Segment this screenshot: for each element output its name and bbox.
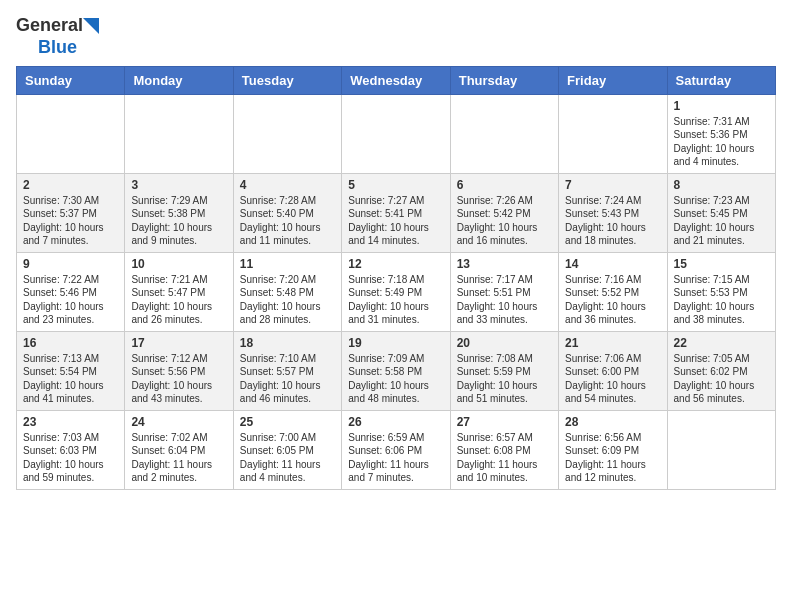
day-of-week-header: Monday xyxy=(125,66,233,94)
day-number: 12 xyxy=(348,257,443,271)
day-number: 8 xyxy=(674,178,769,192)
calendar-table: SundayMondayTuesdayWednesdayThursdayFrid… xyxy=(16,66,776,490)
day-number: 17 xyxy=(131,336,226,350)
day-info: Sunrise: 7:27 AM Sunset: 5:41 PM Dayligh… xyxy=(348,194,443,248)
day-number: 1 xyxy=(674,99,769,113)
day-info: Sunrise: 7:08 AM Sunset: 5:59 PM Dayligh… xyxy=(457,352,552,406)
calendar-cell: 10Sunrise: 7:21 AM Sunset: 5:47 PM Dayli… xyxy=(125,252,233,331)
calendar-week-row: 16Sunrise: 7:13 AM Sunset: 5:54 PM Dayli… xyxy=(17,331,776,410)
day-info: Sunrise: 7:26 AM Sunset: 5:42 PM Dayligh… xyxy=(457,194,552,248)
day-info: Sunrise: 7:16 AM Sunset: 5:52 PM Dayligh… xyxy=(565,273,660,327)
day-info: Sunrise: 7:20 AM Sunset: 5:48 PM Dayligh… xyxy=(240,273,335,327)
day-number: 28 xyxy=(565,415,660,429)
day-number: 21 xyxy=(565,336,660,350)
calendar-cell: 15Sunrise: 7:15 AM Sunset: 5:53 PM Dayli… xyxy=(667,252,775,331)
day-info: Sunrise: 7:06 AM Sunset: 6:00 PM Dayligh… xyxy=(565,352,660,406)
day-of-week-header: Friday xyxy=(559,66,667,94)
day-number: 10 xyxy=(131,257,226,271)
calendar-cell xyxy=(233,94,341,173)
day-info: Sunrise: 7:22 AM Sunset: 5:46 PM Dayligh… xyxy=(23,273,118,327)
logo-general: General xyxy=(16,16,83,36)
day-number: 20 xyxy=(457,336,552,350)
day-info: Sunrise: 7:31 AM Sunset: 5:36 PM Dayligh… xyxy=(674,115,769,169)
day-info: Sunrise: 6:56 AM Sunset: 6:09 PM Dayligh… xyxy=(565,431,660,485)
calendar-header-row: SundayMondayTuesdayWednesdayThursdayFrid… xyxy=(17,66,776,94)
logo-blue: Blue xyxy=(38,37,77,57)
calendar-cell: 5Sunrise: 7:27 AM Sunset: 5:41 PM Daylig… xyxy=(342,173,450,252)
day-number: 27 xyxy=(457,415,552,429)
calendar-cell: 3Sunrise: 7:29 AM Sunset: 5:38 PM Daylig… xyxy=(125,173,233,252)
day-number: 26 xyxy=(348,415,443,429)
day-number: 3 xyxy=(131,178,226,192)
svg-marker-0 xyxy=(83,18,99,34)
page-header: GeneralBlue xyxy=(16,16,776,58)
day-of-week-header: Wednesday xyxy=(342,66,450,94)
day-of-week-header: Tuesday xyxy=(233,66,341,94)
day-info: Sunrise: 7:12 AM Sunset: 5:56 PM Dayligh… xyxy=(131,352,226,406)
calendar-cell: 22Sunrise: 7:05 AM Sunset: 6:02 PM Dayli… xyxy=(667,331,775,410)
day-info: Sunrise: 7:05 AM Sunset: 6:02 PM Dayligh… xyxy=(674,352,769,406)
calendar-cell: 20Sunrise: 7:08 AM Sunset: 5:59 PM Dayli… xyxy=(450,331,558,410)
day-number: 7 xyxy=(565,178,660,192)
calendar-cell: 23Sunrise: 7:03 AM Sunset: 6:03 PM Dayli… xyxy=(17,410,125,489)
calendar-cell: 21Sunrise: 7:06 AM Sunset: 6:00 PM Dayli… xyxy=(559,331,667,410)
day-info: Sunrise: 7:21 AM Sunset: 5:47 PM Dayligh… xyxy=(131,273,226,327)
calendar-cell xyxy=(450,94,558,173)
calendar-cell: 4Sunrise: 7:28 AM Sunset: 5:40 PM Daylig… xyxy=(233,173,341,252)
day-info: Sunrise: 7:09 AM Sunset: 5:58 PM Dayligh… xyxy=(348,352,443,406)
calendar-cell: 18Sunrise: 7:10 AM Sunset: 5:57 PM Dayli… xyxy=(233,331,341,410)
day-info: Sunrise: 7:02 AM Sunset: 6:04 PM Dayligh… xyxy=(131,431,226,485)
calendar-cell: 6Sunrise: 7:26 AM Sunset: 5:42 PM Daylig… xyxy=(450,173,558,252)
calendar-cell: 19Sunrise: 7:09 AM Sunset: 5:58 PM Dayli… xyxy=(342,331,450,410)
day-number: 2 xyxy=(23,178,118,192)
calendar-cell xyxy=(667,410,775,489)
calendar-cell xyxy=(559,94,667,173)
calendar-cell: 7Sunrise: 7:24 AM Sunset: 5:43 PM Daylig… xyxy=(559,173,667,252)
calendar-cell xyxy=(342,94,450,173)
calendar-cell: 9Sunrise: 7:22 AM Sunset: 5:46 PM Daylig… xyxy=(17,252,125,331)
day-info: Sunrise: 7:23 AM Sunset: 5:45 PM Dayligh… xyxy=(674,194,769,248)
day-info: Sunrise: 7:30 AM Sunset: 5:37 PM Dayligh… xyxy=(23,194,118,248)
day-info: Sunrise: 7:29 AM Sunset: 5:38 PM Dayligh… xyxy=(131,194,226,248)
calendar-cell: 2Sunrise: 7:30 AM Sunset: 5:37 PM Daylig… xyxy=(17,173,125,252)
calendar-cell: 28Sunrise: 6:56 AM Sunset: 6:09 PM Dayli… xyxy=(559,410,667,489)
day-number: 23 xyxy=(23,415,118,429)
day-number: 19 xyxy=(348,336,443,350)
day-number: 25 xyxy=(240,415,335,429)
calendar-cell: 25Sunrise: 7:00 AM Sunset: 6:05 PM Dayli… xyxy=(233,410,341,489)
calendar-week-row: 2Sunrise: 7:30 AM Sunset: 5:37 PM Daylig… xyxy=(17,173,776,252)
day-number: 24 xyxy=(131,415,226,429)
day-number: 22 xyxy=(674,336,769,350)
day-of-week-header: Thursday xyxy=(450,66,558,94)
day-info: Sunrise: 7:24 AM Sunset: 5:43 PM Dayligh… xyxy=(565,194,660,248)
calendar-cell: 26Sunrise: 6:59 AM Sunset: 6:06 PM Dayli… xyxy=(342,410,450,489)
day-number: 9 xyxy=(23,257,118,271)
calendar-cell: 13Sunrise: 7:17 AM Sunset: 5:51 PM Dayli… xyxy=(450,252,558,331)
day-info: Sunrise: 6:59 AM Sunset: 6:06 PM Dayligh… xyxy=(348,431,443,485)
calendar-week-row: 1Sunrise: 7:31 AM Sunset: 5:36 PM Daylig… xyxy=(17,94,776,173)
day-number: 14 xyxy=(565,257,660,271)
day-of-week-header: Sunday xyxy=(17,66,125,94)
day-number: 16 xyxy=(23,336,118,350)
calendar-cell: 27Sunrise: 6:57 AM Sunset: 6:08 PM Dayli… xyxy=(450,410,558,489)
day-info: Sunrise: 7:18 AM Sunset: 5:49 PM Dayligh… xyxy=(348,273,443,327)
day-number: 18 xyxy=(240,336,335,350)
calendar-week-row: 9Sunrise: 7:22 AM Sunset: 5:46 PM Daylig… xyxy=(17,252,776,331)
calendar-cell: 17Sunrise: 7:12 AM Sunset: 5:56 PM Dayli… xyxy=(125,331,233,410)
day-of-week-header: Saturday xyxy=(667,66,775,94)
day-number: 6 xyxy=(457,178,552,192)
calendar-week-row: 23Sunrise: 7:03 AM Sunset: 6:03 PM Dayli… xyxy=(17,410,776,489)
day-number: 5 xyxy=(348,178,443,192)
day-info: Sunrise: 7:10 AM Sunset: 5:57 PM Dayligh… xyxy=(240,352,335,406)
logo: GeneralBlue xyxy=(16,16,99,58)
day-number: 11 xyxy=(240,257,335,271)
calendar-cell xyxy=(17,94,125,173)
calendar-cell: 16Sunrise: 7:13 AM Sunset: 5:54 PM Dayli… xyxy=(17,331,125,410)
calendar-cell: 8Sunrise: 7:23 AM Sunset: 5:45 PM Daylig… xyxy=(667,173,775,252)
day-number: 15 xyxy=(674,257,769,271)
day-info: Sunrise: 7:13 AM Sunset: 5:54 PM Dayligh… xyxy=(23,352,118,406)
day-info: Sunrise: 7:28 AM Sunset: 5:40 PM Dayligh… xyxy=(240,194,335,248)
calendar-cell: 12Sunrise: 7:18 AM Sunset: 5:49 PM Dayli… xyxy=(342,252,450,331)
day-info: Sunrise: 6:57 AM Sunset: 6:08 PM Dayligh… xyxy=(457,431,552,485)
calendar-cell: 14Sunrise: 7:16 AM Sunset: 5:52 PM Dayli… xyxy=(559,252,667,331)
